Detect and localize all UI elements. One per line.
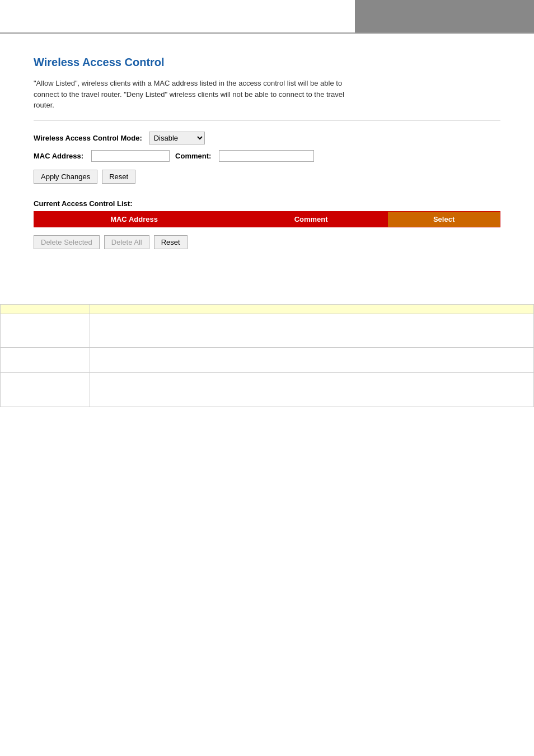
lower-header-col2 [90, 305, 533, 314]
main-content: Wireless Access Control "Allow Listed", … [0, 34, 534, 287]
mac-input[interactable] [91, 150, 170, 162]
apply-changes-button[interactable]: Apply Changes [34, 170, 97, 184]
lower-cell-3-2 [90, 373, 533, 407]
lower-header-col1 [1, 305, 90, 314]
lower-cell-1-1 [1, 314, 90, 347]
table-reset-button[interactable]: Reset [154, 235, 188, 249]
mac-comment-row: MAC Address: Comment: [34, 150, 500, 162]
comment-label: Comment: [175, 152, 211, 160]
comment-input[interactable] [219, 150, 314, 162]
mode-select[interactable]: Disable Allow Listed Deny Listed [149, 132, 205, 144]
page-title: Wireless Access Control [34, 56, 500, 69]
lower-table-row-1 [1, 314, 533, 348]
delete-all-button[interactable]: Delete All [104, 235, 149, 249]
apply-reset-row: Apply Changes Reset [34, 170, 500, 184]
table-button-row: Delete Selected Delete All Reset [34, 235, 500, 249]
lower-table-row-2 [1, 348, 533, 373]
header-right [355, 0, 534, 32]
lower-cell-1-2 [90, 314, 533, 347]
form-section: Wireless Access Control Mode: Disable Al… [34, 132, 500, 184]
lower-cell-2-2 [90, 348, 533, 372]
lower-table-header [1, 305, 533, 314]
reset-button[interactable]: Reset [102, 170, 135, 184]
access-control-label: Current Access Control List: [34, 199, 500, 208]
access-control-table: MAC Address Comment Select [34, 211, 500, 227]
th-select: Select [388, 211, 500, 227]
mode-label: Wireless Access Control Mode: [34, 134, 142, 142]
mac-label: MAC Address: [34, 152, 83, 160]
delete-selected-button[interactable]: Delete Selected [34, 235, 100, 249]
th-mac-address: MAC Address [34, 211, 235, 227]
lower-cell-2-1 [1, 348, 90, 372]
lower-table-section [0, 304, 534, 407]
lower-table-row-3 [1, 373, 533, 407]
description-text: "Allow Listed", wireless clients with a … [34, 78, 358, 111]
table-header-row: MAC Address Comment Select [34, 211, 500, 227]
lower-cell-3-1 [1, 373, 90, 407]
mode-row: Wireless Access Control Mode: Disable Al… [34, 132, 500, 144]
section-divider [34, 120, 500, 120]
header [0, 0, 534, 34]
th-comment: Comment [235, 211, 388, 227]
header-left [0, 0, 355, 32]
